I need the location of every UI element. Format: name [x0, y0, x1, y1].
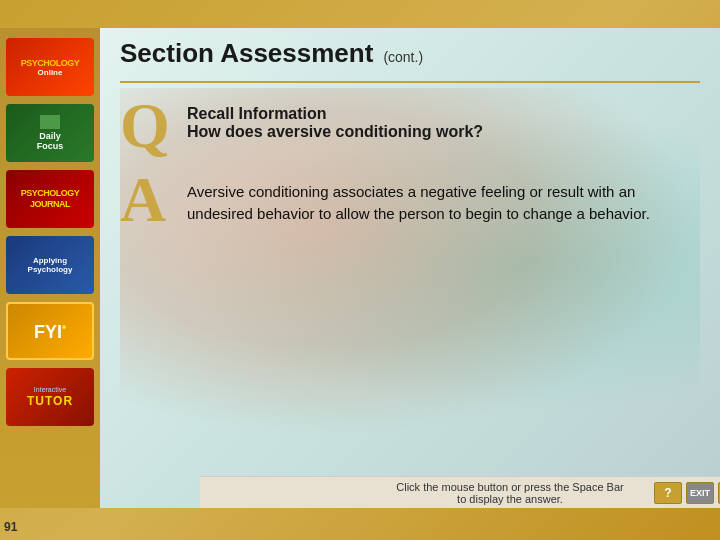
title-divider — [120, 81, 700, 83]
answer-block: A Aversive conditioning associates a neg… — [120, 171, 700, 229]
daily-focus-icon — [40, 115, 60, 129]
bottom-instruction: Click the mouse button or press the Spac… — [396, 481, 623, 505]
psych-online-logo: PSYCHOLOGY — [21, 58, 80, 68]
question-text — [331, 105, 335, 122]
section-title: Section Assessment (cont.) — [120, 38, 700, 69]
applying-label-line2: Psychology — [28, 265, 73, 274]
section-title-cont: (cont.) — [383, 49, 423, 65]
psych-journal-label: PSYCHOLOGYJOURNAL — [21, 188, 80, 210]
section-title-text: Section Assessment — [120, 38, 373, 69]
interactive-label: Interactive — [34, 386, 66, 393]
recall-label: Recall Information — [187, 105, 327, 122]
question-block: Q Recall Information How does aversive c… — [120, 97, 700, 155]
daily-focus-label-line2: Focus — [37, 141, 64, 151]
fyi-label: FYI• — [34, 320, 66, 343]
help-button[interactable]: ? — [654, 482, 682, 504]
question-body: How does aversive conditioning work? — [187, 123, 483, 141]
bottom-bar: Click the mouse button or press the Spac… — [200, 476, 720, 508]
daily-focus-label-line1: Daily — [39, 131, 61, 141]
a-letter: A — [120, 171, 175, 229]
sidebar-btn-fyi[interactable]: FYI• — [6, 302, 94, 360]
psych-online-label: Online — [38, 68, 63, 77]
applying-label-line1: Applying — [33, 256, 67, 265]
sidebar-btn-psych-online[interactable]: PSYCHOLOGY Online — [6, 38, 94, 96]
answer-text: Aversive conditioning associates a negat… — [187, 171, 700, 226]
exit-button[interactable]: EXIT — [686, 482, 714, 504]
question-text-block: Recall Information How does aversive con… — [187, 97, 483, 141]
bottom-nav-icons: ? EXIT ◄◄ ◄ ► — [654, 482, 720, 504]
q-letter: Q — [120, 97, 175, 155]
tutor-label: TUTOR — [27, 394, 73, 408]
sidebar-btn-psych-journal[interactable]: PSYCHOLOGYJOURNAL — [6, 170, 94, 228]
left-sidebar: PSYCHOLOGY Online Daily Focus PSYCHOLOGY… — [0, 28, 100, 508]
sidebar-btn-daily-focus[interactable]: Daily Focus — [6, 104, 94, 162]
sidebar-btn-interactive-tutor[interactable]: Interactive TUTOR — [6, 368, 94, 426]
page-number: 91 — [4, 520, 17, 534]
sidebar-btn-applying[interactable]: Applying Psychology — [6, 236, 94, 294]
main-content: Section Assessment (cont.) Q Recall Info… — [100, 28, 720, 508]
content-inner: Section Assessment (cont.) Q Recall Info… — [100, 28, 720, 508]
